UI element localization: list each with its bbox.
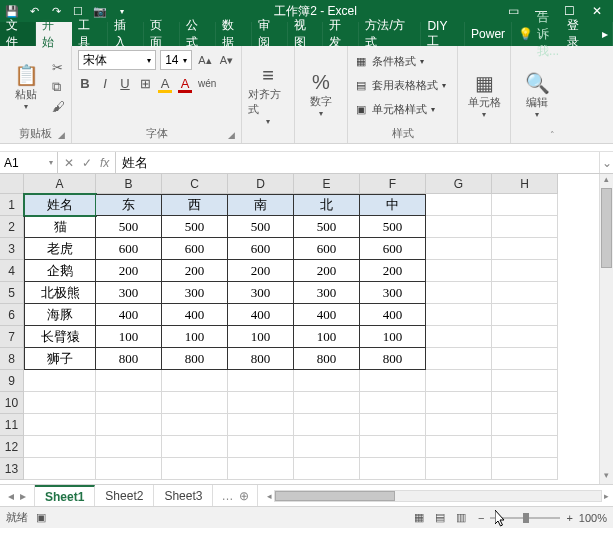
collapse-ribbon-icon[interactable]: ˄ [550,130,555,140]
cell-D6[interactable]: 400 [228,304,294,326]
zoom-control[interactable]: − + 100% [478,512,607,524]
cell-B12[interactable] [96,436,162,458]
zoom-in-icon[interactable]: + [566,512,572,524]
cell-H4[interactable] [492,260,558,282]
maximize-icon[interactable]: ☐ [557,4,581,18]
cell-A4[interactable]: 企鹅 [24,260,96,282]
expand-formula-bar-icon[interactable]: ⌄ [599,152,613,173]
cell-C3[interactable]: 600 [162,238,228,260]
cell-A7[interactable]: 长臂猿 [24,326,96,348]
scroll-left-icon[interactable]: ◂ [267,491,272,501]
cell-E1[interactable]: 北 [294,194,360,216]
tab-layout[interactable]: 页面 [144,22,180,46]
new-sheet-icon[interactable]: ⊕ [239,489,249,503]
cell-C5[interactable]: 300 [162,282,228,304]
dialog-launcher-icon[interactable]: ◢ [58,130,65,140]
alignment-button[interactable]: ≡对齐方式▾ [248,50,288,139]
cell-C6[interactable]: 400 [162,304,228,326]
cell-G6[interactable] [426,304,492,326]
cell-E2[interactable]: 500 [294,216,360,238]
cell-B7[interactable]: 100 [96,326,162,348]
cell-F3[interactable]: 600 [360,238,426,260]
row-header-12[interactable]: 12 [0,436,24,458]
sheet-tab-2[interactable]: Sheet2 [95,485,154,506]
cell-H11[interactable] [492,414,558,436]
font-size-combo[interactable]: 14▾ [160,50,192,70]
cell-H5[interactable] [492,282,558,304]
zoom-out-icon[interactable]: − [478,512,484,524]
close-icon[interactable]: ✕ [585,4,609,18]
col-header-C[interactable]: C [162,174,228,194]
scroll-up-icon[interactable]: ▴ [600,174,613,188]
scroll-down-icon[interactable]: ▾ [600,470,613,484]
cell-F11[interactable] [360,414,426,436]
scroll-right-icon[interactable]: ▸ [604,491,609,501]
cell-A5[interactable]: 北极熊 [24,282,96,304]
cell-G3[interactable] [426,238,492,260]
cell-D7[interactable]: 100 [228,326,294,348]
page-break-view-icon[interactable]: ▥ [452,511,470,523]
cancel-formula-icon[interactable]: ✕ [64,156,74,170]
format-painter-icon[interactable]: 🖌 [52,99,65,114]
cell-G8[interactable] [426,348,492,370]
cell-A11[interactable] [24,414,96,436]
font-color-button[interactable]: A [178,76,192,91]
cell-E6[interactable]: 400 [294,304,360,326]
cell-D13[interactable] [228,458,294,480]
cell-G4[interactable] [426,260,492,282]
cell-C8[interactable]: 800 [162,348,228,370]
copy-icon[interactable]: ⧉ [52,79,65,95]
cell-D1[interactable]: 南 [228,194,294,216]
cell-G1[interactable] [426,194,492,216]
macro-record-icon[interactable]: ▣ [36,511,46,524]
cell-E3[interactable]: 600 [294,238,360,260]
fill-color-button[interactable]: A [158,76,172,91]
row-header-7[interactable]: 7 [0,326,24,348]
cell-F9[interactable] [360,370,426,392]
cell-D4[interactable]: 200 [228,260,294,282]
border-button[interactable]: ⊞ [138,76,152,91]
col-header-A[interactable]: A [24,174,96,194]
sheet-nav[interactable]: ◂▸ [0,485,35,506]
cell-D2[interactable]: 500 [228,216,294,238]
cell-F6[interactable]: 400 [360,304,426,326]
tab-home[interactable]: 开始 [36,22,72,46]
cell-C11[interactable] [162,414,228,436]
zoom-slider[interactable] [490,517,560,519]
cell-D12[interactable] [228,436,294,458]
col-header-G[interactable]: G [426,174,492,194]
col-header-E[interactable]: E [294,174,360,194]
row-header-4[interactable]: 4 [0,260,24,282]
cell-H3[interactable] [492,238,558,260]
row-header-9[interactable]: 9 [0,370,24,392]
cell-E5[interactable]: 300 [294,282,360,304]
scroll-thumb[interactable] [275,491,395,501]
col-header-H[interactable]: H [492,174,558,194]
row-header-2[interactable]: 2 [0,216,24,238]
cell-C9[interactable] [162,370,228,392]
tab-diy[interactable]: DIY工 [421,22,465,46]
italic-button[interactable]: I [98,76,112,91]
cell-H9[interactable] [492,370,558,392]
cell-F4[interactable]: 200 [360,260,426,282]
cell-C2[interactable]: 500 [162,216,228,238]
cell-F13[interactable] [360,458,426,480]
next-sheet-icon[interactable]: ▸ [20,489,26,503]
cell-B13[interactable] [96,458,162,480]
paste-button[interactable]: 📋 粘贴 ▾ [6,50,46,124]
cell-styles-button[interactable]: ▣单元格样式▾ [354,98,446,120]
cell-F12[interactable] [360,436,426,458]
row-header-11[interactable]: 11 [0,414,24,436]
sheet-tab-1[interactable]: Sheet1 [35,485,95,506]
cell-D5[interactable]: 300 [228,282,294,304]
cell-A1[interactable]: 姓名 [24,194,96,216]
cell-E7[interactable]: 100 [294,326,360,348]
row-header-3[interactable]: 3 [0,238,24,260]
cell-H12[interactable] [492,436,558,458]
cell-D8[interactable]: 800 [228,348,294,370]
cell-B11[interactable] [96,414,162,436]
cell-A12[interactable] [24,436,96,458]
cells-button[interactable]: ▦单元格▾ [464,50,504,139]
cell-C10[interactable] [162,392,228,414]
cell-F2[interactable]: 500 [360,216,426,238]
